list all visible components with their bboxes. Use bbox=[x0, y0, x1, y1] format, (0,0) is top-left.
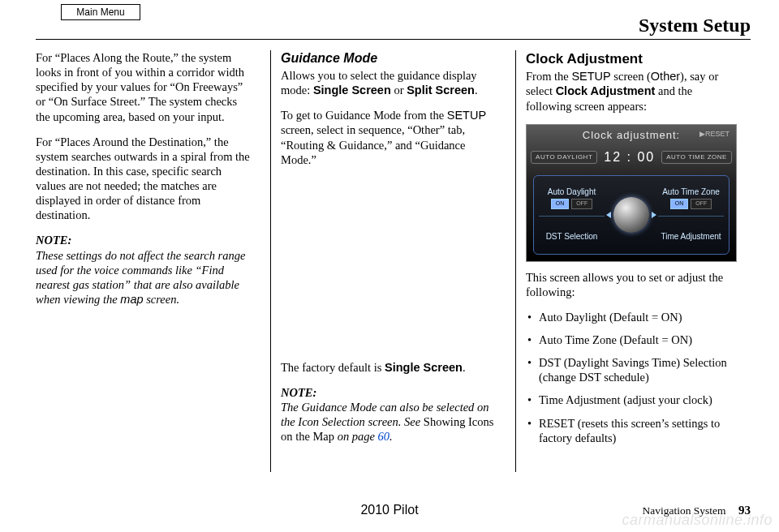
t: SETUP bbox=[447, 109, 486, 122]
col2-p1: Allows you to select the guidance displa… bbox=[281, 68, 496, 97]
t: Other bbox=[651, 70, 680, 83]
t: From the bbox=[526, 70, 571, 83]
col3-p1: From the SETUP screen (Other), say or se… bbox=[526, 69, 741, 113]
column-3: Clock Adjustment From the SETUP screen (… bbox=[526, 50, 751, 483]
btn-auto-timezone: Auto Time Zone ON OFF bbox=[658, 186, 724, 217]
chevron-left-icon bbox=[606, 212, 611, 218]
on-label: ON bbox=[551, 199, 570, 209]
list-item: RESET (resets this screen’s settings to … bbox=[526, 416, 741, 445]
list-item: DST (Daylight Savings Time) Selection (c… bbox=[526, 355, 741, 384]
t: . bbox=[475, 84, 478, 97]
btn-dst-selection: DST Selection bbox=[539, 230, 605, 244]
column-1: For “Places Along the Route,” the system… bbox=[36, 50, 260, 483]
col1-p2: For “Places Around the Destination,” the… bbox=[36, 135, 251, 223]
shot-panel: Auto Daylight ON OFF DST Selection bbox=[533, 175, 730, 255]
main-menu-label: Main Menu bbox=[76, 6, 124, 18]
column-2: Guidance Mode Allows you to select the g… bbox=[281, 50, 506, 483]
chevron-right-icon bbox=[652, 212, 656, 218]
content-columns: For “Places Along the Route,” the system… bbox=[36, 50, 751, 483]
t: Auto Daylight bbox=[548, 187, 596, 196]
shot-reset: ▶RESET bbox=[699, 130, 730, 139]
t: on page bbox=[334, 430, 378, 443]
col1-note: NOTE: These settings do not affect the s… bbox=[36, 233, 251, 307]
note-text-b: screen. bbox=[144, 293, 180, 306]
t: Single Screen bbox=[385, 361, 463, 374]
shot-col-right: Auto Time Zone ON OFF Time Adjustment bbox=[653, 176, 729, 254]
col2-p3: The factory default is Single Screen. bbox=[281, 360, 496, 375]
dial bbox=[609, 176, 653, 254]
on-label: ON bbox=[670, 199, 689, 209]
pill-auto-daylight: AUTO DAYLIGHT bbox=[531, 151, 597, 164]
list-item: Auto Time Zone (Default = ON) bbox=[526, 332, 741, 347]
shot-row: AUTO DAYLIGHT 12 : 00 AUTO TIME ZONE bbox=[527, 149, 736, 165]
clock-adjustment-screenshot: Clock adjustment: ▶RESET AUTO DAYLIGHT 1… bbox=[526, 124, 737, 262]
page-link-60[interactable]: 60 bbox=[378, 430, 390, 443]
t: SETUP bbox=[571, 70, 610, 83]
t: Split Screen bbox=[407, 84, 475, 97]
col2-note: NOTE: The Guidance Mode can also be sele… bbox=[281, 385, 496, 444]
onoff-daylight: ON OFF bbox=[539, 199, 605, 209]
btn-time-adjustment: Time Adjustment bbox=[658, 230, 724, 244]
clock-time: 12 : 00 bbox=[604, 149, 655, 165]
onoff-timezone: ON OFF bbox=[658, 199, 724, 209]
t: Single Screen bbox=[313, 84, 391, 97]
list-item: Time Adjustment (adjust your clock) bbox=[526, 393, 741, 407]
column-divider-2 bbox=[515, 50, 516, 472]
shot-col-left: Auto Daylight ON OFF DST Selection bbox=[534, 176, 609, 254]
col3-p2: This screen allows you to set or adjust … bbox=[526, 270, 741, 299]
column-divider-1 bbox=[270, 50, 271, 472]
watermark: carmanualsonline.info bbox=[622, 512, 773, 529]
t: screen, select in sequence, “Other” tab,… bbox=[281, 123, 466, 165]
bullet-list: Auto Daylight (Default = ON) Auto Time Z… bbox=[526, 310, 741, 445]
t: . bbox=[390, 430, 393, 443]
t: Auto Time Zone bbox=[662, 187, 720, 196]
header-rule bbox=[36, 39, 751, 40]
main-menu-button[interactable]: Main Menu bbox=[61, 4, 140, 20]
note-map-word: map bbox=[120, 293, 143, 306]
t: Clock Adjustment bbox=[556, 84, 656, 97]
col2-p2: To get to Guidance Mode from the SETUP s… bbox=[281, 108, 496, 167]
t: To get to Guidance Mode from the bbox=[281, 109, 447, 122]
note-label: NOTE: bbox=[281, 386, 316, 399]
page-title: System Setup bbox=[639, 15, 751, 36]
note-body: These settings do not affect the search … bbox=[36, 249, 245, 306]
t: . bbox=[463, 361, 466, 374]
spacer bbox=[281, 178, 496, 360]
list-item: Auto Daylight (Default = ON) bbox=[526, 310, 741, 324]
t: or bbox=[391, 84, 407, 97]
col1-p1: For “Places Along the Route,” the system… bbox=[36, 50, 251, 124]
pill-auto-timezone: AUTO TIME ZONE bbox=[661, 151, 732, 164]
dial-knob-icon bbox=[613, 197, 649, 233]
t: The factory default is bbox=[281, 361, 385, 374]
note-label: NOTE: bbox=[36, 234, 71, 247]
t: screen ( bbox=[611, 70, 651, 83]
btn-auto-daylight: Auto Daylight ON OFF bbox=[539, 186, 605, 217]
guidance-mode-heading: Guidance Mode bbox=[281, 50, 496, 66]
off-label: OFF bbox=[691, 199, 712, 209]
off-label: OFF bbox=[571, 199, 592, 209]
clock-adjustment-heading: Clock Adjustment bbox=[526, 50, 741, 67]
